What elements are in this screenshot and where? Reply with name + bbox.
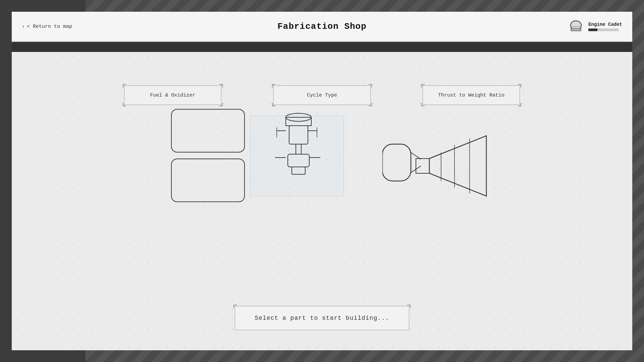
svg-rect-7 [288, 154, 309, 167]
svg-rect-1 [571, 29, 581, 31]
svg-rect-15 [382, 144, 411, 181]
corner-br [369, 103, 372, 106]
status-message: Select a part to start building... [255, 315, 389, 321]
category-fuel-oxidizer[interactable]: Fuel & Oxidizer [124, 85, 221, 105]
user-progress-fill [588, 28, 597, 31]
svg-rect-5 [289, 126, 308, 144]
status-corner-tr [407, 305, 411, 308]
turbopump-area[interactable] [265, 106, 332, 199]
user-info: Engine Cadet [568, 20, 622, 33]
turbopump-svg [265, 106, 332, 199]
user-name: Engine Cadet [588, 22, 622, 27]
nozzle-svg [382, 119, 490, 213]
category-thrust-weight[interactable]: Thrust to Weight Ratio [423, 85, 520, 105]
category-thrust-weight-label: Thrust to Weight Ratio [438, 93, 504, 98]
engine-assembly [171, 109, 473, 226]
corner-br [518, 103, 521, 106]
tank-box-top[interactable] [171, 109, 245, 153]
svg-rect-18 [416, 159, 429, 173]
corner-bl [421, 103, 425, 106]
corner-tl [421, 84, 425, 87]
status-bar: Select a part to start building... [235, 306, 409, 330]
user-details: Engine Cadet [588, 22, 622, 31]
page-title: Fabrication Shop [277, 21, 367, 32]
svg-rect-6 [296, 144, 301, 154]
corner-tr [518, 84, 521, 87]
tank-box-bottom[interactable] [171, 159, 245, 202]
corner-tr [369, 84, 372, 87]
category-cycle-type-label: Cycle Type [307, 93, 337, 98]
category-cycle-type[interactable]: Cycle Type [273, 85, 371, 105]
user-progress-bar [588, 28, 619, 31]
tank-area [171, 109, 245, 202]
nozzle-area[interactable] [382, 119, 490, 206]
corner-br [219, 103, 223, 106]
header: ‹ < Return to map Fabrication Shop Engin… [12, 12, 632, 42]
corner-tl [123, 84, 126, 87]
status-corner-tl [233, 305, 237, 308]
main-content: Fuel & Oxidizer Cycle Type Thrust to Wei… [12, 52, 632, 350]
corner-tr [219, 84, 223, 87]
return-label: < Return to map [27, 24, 72, 29]
corner-tl [272, 84, 275, 87]
dark-strip [12, 42, 632, 52]
svg-rect-8 [292, 167, 305, 174]
return-to-map-button[interactable]: ‹ < Return to map [22, 24, 72, 29]
avatar [568, 20, 584, 33]
return-arrow-icon: ‹ [22, 24, 25, 29]
category-fuel-oxidizer-label: Fuel & Oxidizer [150, 93, 195, 98]
corner-bl [123, 103, 126, 106]
main-window: ‹ < Return to map Fabrication Shop Engin… [12, 12, 632, 350]
